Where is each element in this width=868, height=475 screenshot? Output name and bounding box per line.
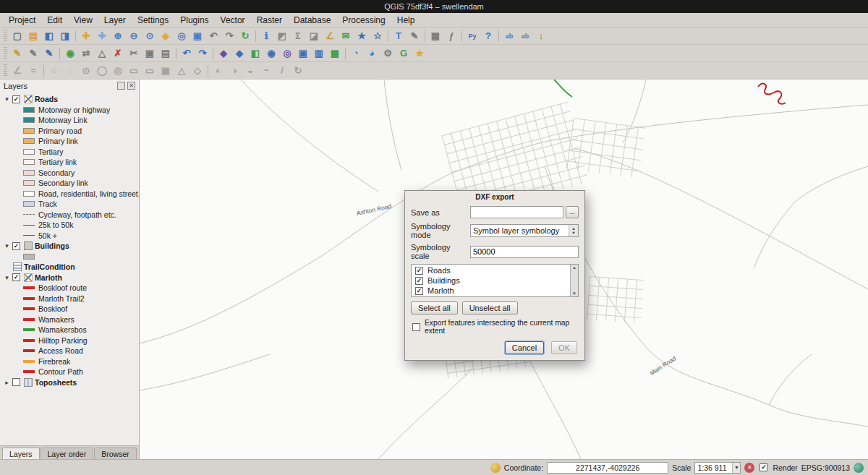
menu-project[interactable]: Project (3, 14, 41, 27)
layer-item-secondary[interactable]: Secondary (0, 168, 139, 179)
dxf-layer-buildings[interactable]: Buildings (414, 275, 568, 286)
layer-item-hilltop-parking[interactable]: Hilltop Parking (0, 335, 139, 346)
text-annotation-icon[interactable]: T (391, 28, 407, 44)
zoom-to-layer-icon[interactable]: ▣ (190, 28, 205, 44)
layer-item-contour-path[interactable]: Contour Path (0, 367, 139, 377)
vector-buffer-icon[interactable]: ◎ (279, 46, 295, 61)
menu-edit[interactable]: Edit (41, 14, 68, 27)
split-features-icon[interactable]: / (274, 63, 290, 79)
delete-selected-icon[interactable]: ✗ (110, 46, 126, 61)
layer-item-boskloof-route[interactable]: Boskloof route (0, 283, 139, 294)
dxf-layer-roads[interactable]: Roads (414, 265, 568, 275)
dxf-layer-marloth[interactable]: Marloth (414, 286, 568, 296)
select-features-icon[interactable]: ◩ (274, 28, 290, 44)
zoom-in-icon[interactable]: ⊕ (110, 28, 126, 44)
scale-dropdown-icon[interactable]: ▼ (732, 463, 740, 473)
layer-group-roads[interactable]: ▾Roads (0, 94, 139, 105)
show-bookmarks-icon[interactable]: ☆ (370, 28, 386, 44)
node-tool-icon[interactable]: △ (94, 46, 110, 61)
add-ring-icon[interactable]: ◑ (226, 63, 242, 79)
add-feature-icon[interactable]: ◉ (62, 46, 78, 61)
layer-visibility-checkbox[interactable] (12, 378, 20, 386)
expander-icon[interactable]: ▾ (3, 274, 11, 281)
extent-checkbox[interactable] (412, 323, 420, 331)
layer-item-access-road[interactable]: Access Road (0, 346, 139, 356)
reshape-features-icon[interactable]: ~ (258, 63, 274, 79)
layer-item-cycleway-footpath-etc[interactable]: Cycleway, footpath etc. (0, 210, 139, 221)
zoom-next-icon[interactable]: ↷ (221, 28, 237, 44)
circle-2points-icon[interactable]: ○ (46, 63, 62, 79)
delete-ring-icon[interactable]: ◒ (242, 63, 258, 79)
layer-item-tertiary-link[interactable]: Tertiary link (0, 157, 139, 168)
cancel-button[interactable]: Cancel (505, 341, 544, 354)
symbology-scale-input[interactable] (470, 246, 579, 258)
zoom-full-icon[interactable]: ◈ (158, 28, 174, 44)
stop-render-icon[interactable]: ✕ (744, 463, 754, 473)
expander-icon[interactable]: ▾ (3, 242, 11, 249)
fill-ring-icon[interactable]: ◐ (210, 63, 226, 79)
current-edits-icon[interactable]: ✎ (9, 46, 25, 61)
symbology-mode-combo[interactable]: Symbol layer symbology ▲▼ (470, 224, 579, 237)
deselect-features-icon[interactable]: ◪ (306, 28, 322, 44)
layer-group-toposheets[interactable]: ▸Toposheets (0, 377, 139, 388)
measure-icon[interactable]: ∠ (322, 28, 338, 44)
save-as-input[interactable] (470, 206, 563, 218)
layer-export-checkbox[interactable] (415, 287, 423, 295)
refresh-icon[interactable]: ↻ (237, 28, 253, 44)
undock-panel-icon[interactable] (117, 82, 125, 90)
plugin-favorites-icon[interactable]: ★ (412, 46, 427, 61)
coordinate-display[interactable]: 2271437,-4029226 (547, 462, 668, 474)
layer-item-50k[interactable]: 50k + (0, 231, 139, 241)
pan-map-icon[interactable]: ✚ (78, 28, 94, 44)
field-calculator-icon[interactable]: ƒ (443, 28, 459, 44)
spatial-query-icon[interactable]: ▩ (327, 46, 343, 61)
rotate-feature-icon[interactable]: ↻ (290, 63, 306, 79)
layer-item-track[interactable]: Track (0, 199, 139, 210)
layer-item-firebreak[interactable]: Firebreak (0, 356, 139, 367)
layer-export-checkbox[interactable] (415, 267, 423, 275)
identify-features-icon[interactable]: ℹ (258, 28, 274, 44)
zoom-out-icon[interactable]: ⊖ (126, 28, 142, 44)
cut-features-icon[interactable]: ✂ (126, 46, 142, 61)
attribute-table-icon[interactable]: ▦ (427, 28, 443, 44)
select-by-expression-icon[interactable]: Σ (290, 28, 306, 44)
label-options-icon[interactable]: ab (517, 28, 533, 44)
layer-item-tertiary[interactable]: Tertiary (0, 147, 139, 158)
layer-export-checkbox[interactable] (415, 277, 423, 285)
zoom-last-icon[interactable]: ↶ (205, 28, 221, 44)
copy-features-icon[interactable]: ▣ (142, 46, 158, 61)
cad-tools-icon[interactable]: ∠ (9, 63, 25, 79)
zoom-to-selection-icon[interactable]: ◎ (174, 28, 190, 44)
vector-merge-icon[interactable]: ▥ (311, 46, 327, 61)
pan-map-to-selection-icon[interactable]: ✚ (94, 28, 110, 44)
panel-tab-layer-order[interactable]: Layer order (41, 448, 94, 459)
dialog-title[interactable]: DXF export (405, 191, 584, 202)
scroll-down-icon[interactable]: ▼ (572, 291, 576, 296)
ellipse-from-center-icon[interactable]: ◯ (94, 63, 110, 79)
polygon-from-center-icon[interactable]: ◇ (190, 63, 205, 79)
vector-clip-icon[interactable]: ◧ (247, 46, 263, 61)
layer-item-wamakersbos[interactable]: Wamakersbos (0, 325, 139, 335)
menu-database[interactable]: Database (288, 14, 336, 27)
layer-visibility-checkbox[interactable] (12, 95, 20, 103)
regular-polygon-icon[interactable]: △ (174, 63, 190, 79)
circle-center-icon[interactable]: ⊙ (78, 63, 94, 79)
vector-dissolve-icon[interactable]: ▣ (295, 46, 311, 61)
move-feature-icon[interactable]: ⇄ (78, 46, 94, 61)
panel-tab-browser[interactable]: Browser (94, 448, 137, 459)
new-project-icon[interactable]: ▢ (9, 28, 25, 44)
menu-help[interactable]: Help (391, 14, 421, 27)
layer-visibility-checkbox[interactable] (12, 273, 20, 281)
combo-arrows-icon[interactable]: ▲▼ (569, 225, 578, 236)
menu-view[interactable]: View (68, 14, 98, 27)
open-project-icon[interactable]: ▤ (25, 28, 41, 44)
layer-item-trailcondition[interactable]: TrailCondition (0, 262, 139, 273)
layer-item-motorway-or-highway[interactable]: Motorway or highway (0, 105, 139, 116)
layer-item-symbol[interactable] (0, 252, 139, 262)
titlebar[interactable]: QGIS 75df3f4 – swellendam (0, 0, 868, 13)
layer-item-primary-link[interactable]: Primary link (0, 136, 139, 147)
crs-globe-icon[interactable] (854, 463, 864, 473)
processing-toolbox-icon[interactable]: ⚙ (380, 46, 396, 61)
toggle-editing-icon[interactable]: ✎ (25, 46, 41, 61)
menu-processing[interactable]: Processing (336, 14, 391, 27)
